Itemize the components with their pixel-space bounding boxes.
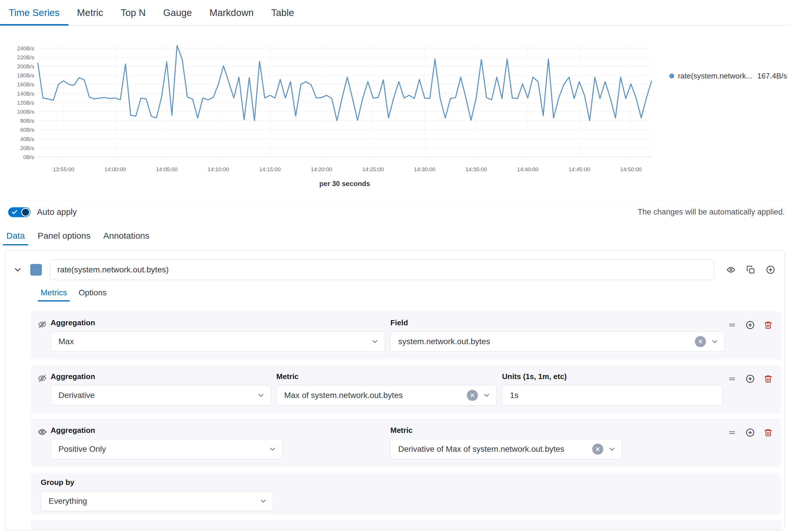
tab-gauge[interactable]: Gauge [154,0,201,25]
drag-handle-icon[interactable] [728,375,736,383]
svg-text:180B/s: 180B/s [17,72,34,78]
chevron-down-icon [711,338,719,346]
metric-label: Metric [276,372,497,381]
legend-series-label: rate(system.network... [678,72,752,80]
tab-panel-options[interactable]: Panel options [34,231,94,245]
chevron-down-icon [371,338,379,346]
svg-text:160B/s: 160B/s [17,81,34,88]
field-field: Field system.network.out.bytes [390,318,725,352]
tab-time-series[interactable]: Time Series [0,0,68,25]
field-select[interactable]: system.network.out.bytes [390,331,725,352]
chevron-down-icon [269,445,277,453]
metric-select[interactable]: Derivative of Max of system.network.out.… [390,439,622,459]
tab-metrics[interactable]: Metrics [38,288,70,302]
svg-text:14:40:00: 14:40:00 [517,166,538,172]
svg-text:100B/s: 100B/s [17,109,34,115]
row-actions [728,428,773,437]
svg-text:120B/s: 120B/s [17,100,34,106]
drag-handle-icon[interactable] [728,428,736,437]
aggregation-value: Max [58,337,371,346]
chevron-down-icon [257,391,265,399]
metric-row-positive-only: Aggregation Positive Only Metric Derivat… [31,419,781,467]
next-row-partial [31,520,781,530]
collapse-chevron-icon[interactable] [13,265,23,275]
group-by-select[interactable]: Everything [41,491,273,511]
svg-text:0B/s: 0B/s [23,154,34,160]
chevron-down-icon [259,497,267,505]
svg-text:14:45:00: 14:45:00 [569,166,590,172]
svg-text:14:35:00: 14:35:00 [465,166,487,172]
aggregation-field: Aggregation Positive Only [51,426,385,459]
field-value: system.network.out.bytes [398,337,692,346]
series-tabs: Metrics Options [5,286,785,302]
svg-text:14:10:00: 14:10:00 [208,166,229,172]
clear-selection-icon[interactable] [592,444,603,455]
series-header-icons [727,265,775,274]
drag-handle-icon[interactable] [728,321,736,329]
clear-selection-icon[interactable] [695,336,706,347]
units-label: Units (1s, 1m, etc) [502,372,722,381]
metric-value: Derivative of Max of system.network.out.… [398,444,589,454]
tab-markdown[interactable]: Markdown [201,0,262,25]
svg-text:14:15:00: 14:15:00 [259,166,281,172]
group-by-row: Group by Everything [31,473,781,514]
series-header [5,251,785,286]
series-visibility-eye-icon[interactable] [727,265,735,274]
clear-selection-icon[interactable] [467,390,478,401]
metric-select[interactable]: Max of system.network.out.bytes [276,385,497,405]
series-color-swatch[interactable] [30,264,42,276]
auto-apply-label: Auto apply [37,207,77,217]
aggregation-label: Aggregation [51,426,385,435]
units-input[interactable] [502,385,722,405]
aggregation-label: Aggregation [51,318,385,327]
aggregation-field: Aggregation Max [51,318,385,352]
tab-table[interactable]: Table [262,0,303,25]
chart-legend[interactable]: rate(system.network... 167.4B/s [669,72,787,80]
series-label-input[interactable] [50,260,714,280]
tab-data[interactable]: Data [3,231,28,245]
field-label: Field [390,318,725,327]
metric-field: Metric Derivative of Max of system.netwo… [390,426,622,459]
aggregation-select[interactable]: Derivative [51,385,271,405]
svg-text:per 30 seconds: per 30 seconds [319,180,370,188]
metric-field: Metric Max of system.network.out.bytes [276,372,497,405]
editor-tabs: Data Panel options Annotations [0,224,790,245]
add-series-icon[interactable] [766,265,775,274]
eye-slash-icon[interactable] [38,320,47,329]
svg-text:13:55:00: 13:55:00 [53,166,74,172]
aggregation-value: Derivative [58,391,257,400]
auto-apply-toggle[interactable] [8,207,31,217]
row-actions [728,321,773,329]
timeseries-chart: 0B/s20B/s40B/s60B/s80B/s100B/s120B/s140B… [3,39,660,190]
metric-row-max: Aggregation Max Field system.network.out… [31,311,781,359]
add-metric-icon[interactable] [746,375,754,383]
visualization-type-tabs: Time Series Metric Top N Gauge Markdown … [0,0,790,25]
clone-series-icon[interactable] [746,265,755,274]
add-metric-icon[interactable] [746,428,754,437]
tab-metric[interactable]: Metric [68,0,112,25]
svg-text:40B/s: 40B/s [20,136,34,142]
delete-metric-icon[interactable] [764,321,773,329]
aggregation-select[interactable]: Positive Only [51,439,283,459]
chevron-down-icon [482,391,491,399]
svg-text:14:30:00: 14:30:00 [414,166,436,172]
delete-metric-icon[interactable] [764,375,773,383]
tab-annotations[interactable]: Annotations [100,231,153,245]
svg-text:20B/s: 20B/s [20,145,34,151]
svg-text:14:00:00: 14:00:00 [105,166,126,172]
tab-options[interactable]: Options [76,288,110,302]
delete-metric-icon[interactable] [764,428,773,437]
eye-slash-icon[interactable] [38,374,47,383]
toggle-thumb [21,208,30,216]
svg-text:200B/s: 200B/s [17,63,34,70]
svg-text:60B/s: 60B/s [20,127,34,133]
tab-top-n[interactable]: Top N [112,0,154,25]
add-metric-icon[interactable] [746,321,754,329]
group-by-value: Everything [49,496,259,506]
aggregation-field: Aggregation Derivative [51,372,271,405]
svg-text:14:50:00: 14:50:00 [620,166,642,172]
aggregation-select[interactable]: Max [51,331,385,352]
units-field: Units (1s, 1m, etc) [502,372,722,405]
aggregation-label: Aggregation [51,372,271,381]
eye-icon[interactable] [38,428,47,436]
